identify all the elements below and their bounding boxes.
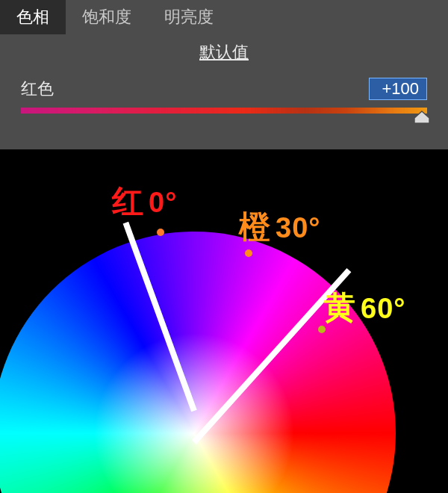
hsl-panel: 色相 饱和度 明亮度 默认值 红色 +100 [0, 0, 448, 149]
wheel-mark-orange [245, 249, 252, 257]
wheel-label-yellow: 黄60° [324, 287, 405, 329]
slider-value-red[interactable]: +100 [369, 78, 427, 100]
slider-label-red: 红色 [21, 78, 54, 100]
defaults-row: 默认值 [0, 34, 448, 70]
color-wheel [0, 232, 396, 493]
slider-handle-red[interactable] [414, 111, 430, 124]
svg-marker-0 [414, 111, 429, 123]
wheel-mark-red [157, 229, 164, 236]
tab-hue[interactable]: 色相 [0, 0, 66, 34]
red-slider: 红色 +100 [0, 70, 448, 134]
tab-luminance[interactable]: 明亮度 [148, 0, 230, 34]
wheel-label-red: 红0° [112, 181, 177, 223]
slider-track-red[interactable] [21, 108, 427, 114]
slider-handle-icon [414, 111, 430, 124]
color-wheel-diagram: 红0° 橙30° 黄60° [0, 149, 448, 493]
tabs: 色相 饱和度 明亮度 [0, 0, 448, 34]
tab-saturation[interactable]: 饱和度 [66, 0, 148, 34]
wheel-label-orange: 橙30° [239, 206, 320, 248]
defaults-link[interactable]: 默认值 [199, 41, 249, 63]
